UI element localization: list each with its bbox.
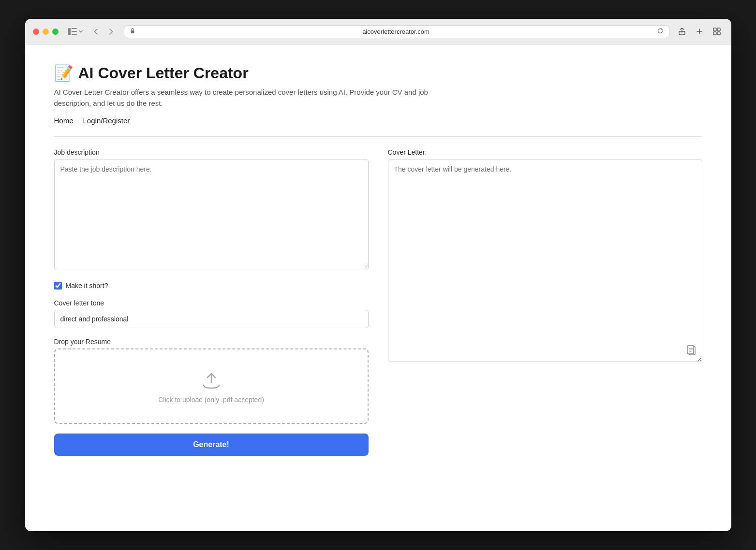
page-content: 📝 AI Cover Letter Creator AI Cover Lette…	[25, 44, 731, 531]
section-divider	[54, 136, 702, 137]
site-header: 📝 AI Cover Letter Creator AI Cover Lette…	[54, 64, 702, 125]
nav-buttons	[89, 25, 118, 38]
make-it-short-label: Make it short?	[66, 282, 108, 289]
browser-chrome: aicoverlettercreator.com	[25, 19, 731, 44]
forward-button[interactable]	[104, 25, 118, 38]
drop-resume-field: Drop your Resume Click to upload (only .…	[54, 338, 369, 424]
upload-icon	[202, 369, 221, 390]
share-button[interactable]	[675, 25, 689, 38]
make-it-short-checkbox[interactable]	[54, 282, 62, 289]
svg-rect-8	[713, 32, 716, 35]
generate-button[interactable]: Generate!	[54, 434, 369, 456]
traffic-lights	[33, 29, 59, 35]
new-tab-button[interactable]	[693, 25, 706, 38]
drop-resume-label: Drop your Resume	[54, 338, 369, 346]
cover-letter-label: Cover Letter:	[388, 148, 702, 156]
browser-actions	[675, 25, 724, 38]
close-button[interactable]	[33, 29, 39, 35]
svg-rect-2	[72, 31, 77, 32]
cover-letter-section: Cover Letter:	[388, 148, 702, 364]
drop-zone[interactable]: Click to upload (only .pdf accepted)	[54, 348, 369, 424]
form-section: Job description Make it short? Cover let…	[54, 148, 369, 456]
lock-icon	[130, 28, 135, 35]
browser-window: aicoverlettercreator.com	[25, 19, 731, 531]
site-description: AI Cover Letter Creator offers a seamles…	[54, 87, 431, 109]
nav-login-link[interactable]: Login/Register	[83, 116, 130, 125]
maximize-button[interactable]	[52, 29, 59, 35]
tone-label: Cover letter tone	[54, 299, 369, 307]
job-description-label: Job description	[54, 148, 369, 156]
svg-rect-6	[713, 28, 716, 31]
clipboard-icon[interactable]	[687, 345, 697, 358]
title-emoji: 📝	[54, 64, 74, 82]
cover-letter-output[interactable]	[388, 159, 702, 362]
tone-field: Cover letter tone	[54, 299, 369, 328]
svg-rect-3	[72, 34, 77, 35]
back-button[interactable]	[89, 25, 103, 38]
tabs-button[interactable]	[710, 25, 724, 38]
svg-rect-4	[131, 30, 134, 33]
nav-home-link[interactable]: Home	[54, 116, 74, 125]
job-description-textarea[interactable]	[54, 159, 369, 270]
job-description-field: Job description	[54, 148, 369, 272]
site-nav: Home Login/Register	[54, 116, 702, 125]
site-title: 📝 AI Cover Letter Creator	[54, 64, 702, 82]
url-text: aicoverlettercreator.com	[139, 28, 653, 35]
address-bar[interactable]: aicoverlettercreator.com	[124, 25, 669, 38]
svg-rect-7	[717, 28, 720, 31]
svg-rect-1	[72, 28, 77, 29]
sidebar-toggle-button[interactable]	[68, 28, 83, 35]
svg-rect-0	[68, 28, 71, 35]
minimize-button[interactable]	[43, 29, 49, 35]
make-it-short-row: Make it short?	[54, 282, 369, 289]
svg-rect-9	[717, 32, 720, 35]
main-grid: Job description Make it short? Cover let…	[54, 148, 702, 456]
upload-text: Click to upload (only .pdf accepted)	[158, 396, 264, 404]
cover-letter-wrapper	[388, 159, 702, 364]
chevron-down-icon	[78, 29, 83, 34]
tone-input[interactable]	[54, 310, 369, 328]
refresh-button[interactable]	[657, 28, 663, 35]
